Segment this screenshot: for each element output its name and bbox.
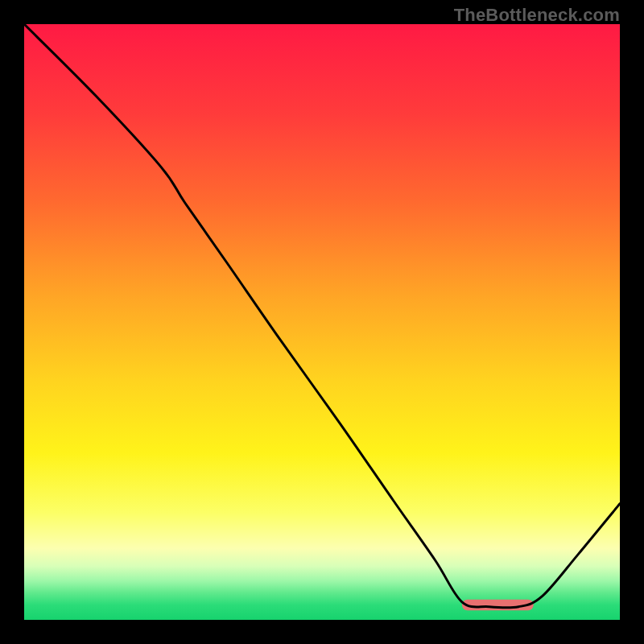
plot-area [24,24,620,620]
watermark-text: TheBottleneck.com [454,5,620,26]
chart-container: TheBottleneck.com [0,0,644,644]
bottleneck-curve [24,24,620,608]
curve-layer [24,24,620,620]
